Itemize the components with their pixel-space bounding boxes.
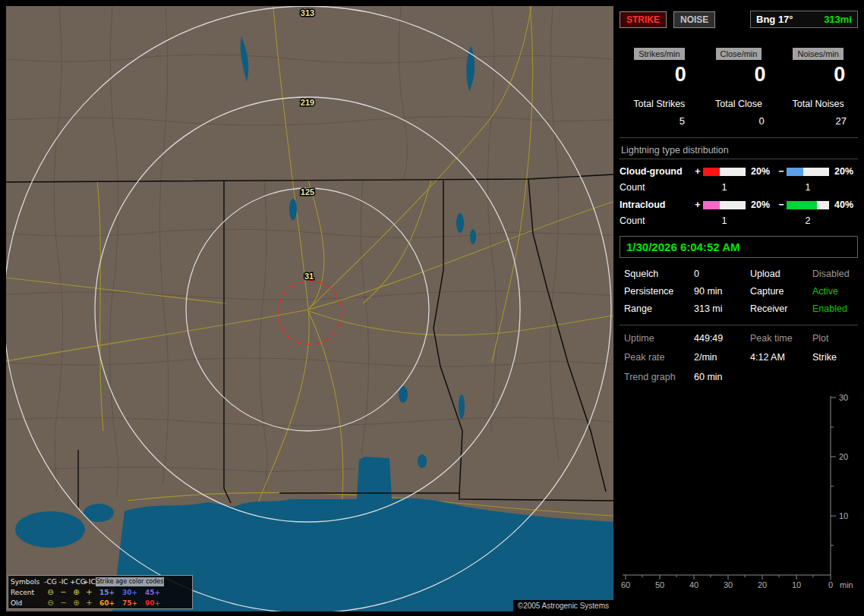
cloud-ground-label: Cloud-ground [620,166,692,177]
noises-per-min-chip[interactable]: Noises/min [793,48,843,60]
age-90: 90+ [141,599,164,607]
ring-label-219: 219 [301,98,314,107]
receiver-label: Receiver [750,303,812,314]
persistence-label: Persistence [624,286,694,297]
ring-label-31: 31 [304,272,314,281]
noises-per-min-value: 0 [799,63,864,86]
plus-sign: + [692,166,703,177]
cloud-ground-count-row: Count 1 1 [620,182,858,193]
peak-rate-value: 2/min [694,352,750,363]
map-legend: Symbols -CG -IC +CG +IC Strike age color… [8,575,193,609]
x-axis-unit: min [840,580,853,589]
distribution-title: Lightning type distribution [621,145,858,156]
pos-ic-icon: + [83,599,96,607]
peak-rate-label: Peak rate [624,352,694,363]
bearing-display: Bng 17° 313mi [750,11,858,28]
separator [620,137,858,138]
capture-status: Active [812,286,858,297]
cg-minus-bar [787,168,829,176]
cg-minus-bar-fill [787,168,803,176]
trend-graph-header: Trend graph 60 min [620,372,858,382]
pos-cg-icon: ⊕ [70,599,83,607]
neg-ic-icon: − [57,599,70,607]
peak-time-label: Peak time [750,333,812,344]
neg-cg-icon: ⊖ [44,599,57,607]
separator [620,159,858,159]
trend-tick-labels: 30 20 10 60 50 40 30 20 10 0 min [621,393,853,589]
age-15: 15+ [96,589,118,596]
count-label: Count [620,215,692,226]
settings-grid: Squelch 0 Upload Disabled Persistence 90… [620,266,858,317]
legend-header-row: Symbols -CG -IC +CG +IC Strike age color… [8,576,192,587]
map-canvas: 313 219 125 31 [6,6,613,611]
noise-button[interactable]: NOISE [673,11,715,28]
trend-graph-label: Trend graph [624,372,694,382]
uptime-value: 449:49 [694,333,750,344]
stats-grid: Uptime 449:49 Peak time Plot Peak rate 2… [620,325,858,363]
legend-col-neg-ic: -IC [57,578,70,586]
neg-ic-icon: − [57,589,70,596]
intracloud-row: Intracloud + 20% − 40% [620,200,858,210]
lightning-map[interactable]: 313 219 125 31 Symbols -CG -IC +CG +IC S… [6,6,613,611]
legend-recent-label: Recent [11,589,44,596]
strikes-column: Strikes/min 0 Total Strikes 5 [620,46,699,127]
age-60: 60+ [96,599,118,607]
ic-minus-bar-fill [787,201,817,209]
upload-label: Upload [750,269,812,279]
toolbar: STRIKE NOISE Bng 17° 313mi [620,11,858,28]
strikes-per-min-value: 0 [641,63,721,86]
cg-minus-count: 1 [787,182,829,193]
plot-label: Plot [812,333,858,344]
x-tick-20: 20 [758,580,767,589]
age-45: 45+ [141,589,164,596]
bearing-range: 313mi [824,14,852,25]
ic-plus-bar-fill [703,201,720,209]
ring-label-313: 313 [301,8,314,17]
cg-plus-bar [703,168,746,176]
plot-value: Strike [812,352,858,363]
x-tick-50: 50 [655,580,664,589]
ic-plus-count: 1 [703,215,746,226]
y-tick-30: 30 [839,393,848,402]
minus-sign: − [776,200,787,210]
legend-old-label: Old [11,599,44,607]
x-tick-30: 30 [724,580,733,589]
strikes-per-min-chip[interactable]: Strikes/min [634,48,684,60]
intracloud-label: Intracloud [620,200,692,210]
upload-status: Disabled [812,269,858,279]
legend-col-pos-ic: +IC [83,578,96,586]
x-tick-60: 60 [621,580,630,589]
plus-sign: + [692,200,703,210]
range-value: 313 mi [694,303,750,314]
x-tick-40: 40 [689,580,698,589]
ic-minus-pct: 40% [829,200,859,210]
range-label: Range [624,303,694,314]
legend-col-pos-cg: +CG [70,578,83,586]
pos-ic-icon: + [83,589,96,596]
total-close-label: Total Close [699,99,779,109]
legend-recent-row: Recent ⊖ − ⊕ + 15+ 30+ 45+ [8,587,192,598]
total-noises-value: 27 [801,115,864,127]
datetime-display: 1/30/2026 6:04:52 AM [620,236,858,258]
ic-minus-bar [787,201,829,209]
pos-cg-icon: ⊕ [70,589,83,596]
close-per-min-chip[interactable]: Close/min [716,48,762,60]
strike-button[interactable]: STRIKE [620,11,667,28]
receiver-status: Enabled [812,303,858,314]
age-30: 30+ [118,589,141,596]
trend-window-value: 60 min [694,372,785,382]
x-tick-0: 0 [828,580,833,589]
legend-symbols-header: Symbols [11,578,44,586]
x-tick-10: 10 [792,580,801,589]
trend-axes [623,396,836,580]
bearing-value: Bng 17° [756,14,793,25]
status-panel: STRIKE NOISE Bng 17° 313mi Strikes/min 0… [620,6,858,610]
total-noises-label: Total Noises [778,99,858,109]
trend-graph: 30 20 10 60 50 40 30 20 10 0 min [620,385,858,592]
minus-sign: − [776,166,787,177]
neg-cg-icon: ⊖ [44,589,57,596]
ic-plus-pct: 20% [746,200,776,210]
total-strikes-label: Total Strikes [620,99,699,109]
age-75: 75+ [118,599,141,607]
cg-plus-bar-fill [703,168,720,176]
